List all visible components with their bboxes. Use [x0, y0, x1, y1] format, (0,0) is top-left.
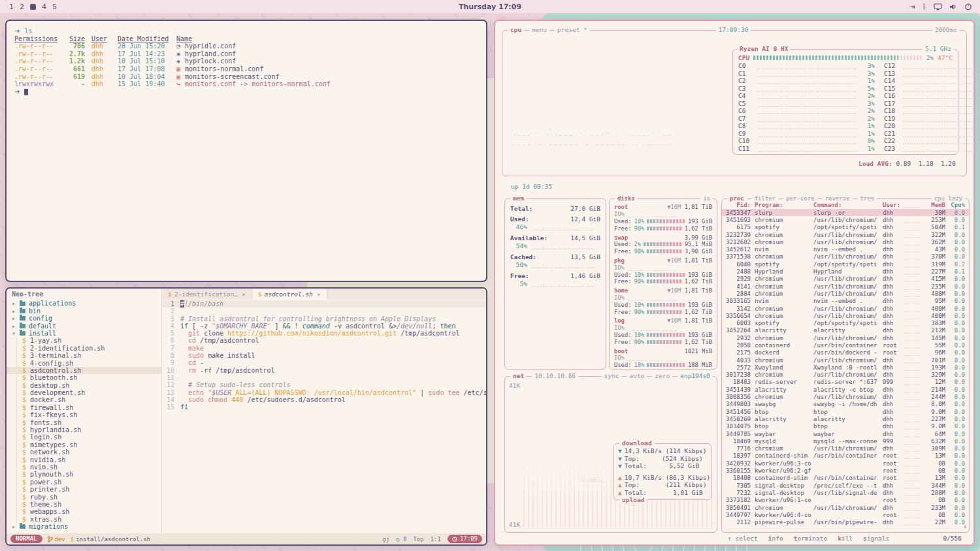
tree-file-hyprlandia.sh[interactable]: $hyprlandia.sh: [7, 426, 161, 433]
proc-column-header[interactable]: Program:: [755, 202, 813, 208]
editor-window[interactable]: Neo-tree ▸applications▸bin▸config▸defaul…: [5, 287, 487, 546]
workspace-4[interactable]: 4: [42, 3, 46, 11]
tree-file-webapps.sh[interactable]: $webapps.sh: [7, 508, 161, 515]
tree-file-asdcontrol.sh[interactable]: $asdcontrol.sh: [7, 367, 161, 374]
system-monitor-window[interactable]: cpu menu preset * 17:09:30 2000ms ⢀⣀⣀⡠⠤⠄…: [494, 20, 975, 546]
tree-file-desktop.sh[interactable]: $desktop.sh: [7, 382, 161, 389]
process-row[interactable]: 3451456btopbtopdhh9.0M0.0: [722, 408, 969, 415]
net-sync-button[interactable]: sync: [602, 372, 622, 380]
tree-file-printer.sh[interactable]: $printer.sh: [7, 486, 161, 493]
proc-column-header[interactable]: MemB: [922, 202, 945, 208]
tree-file-login.sh[interactable]: $login.sh: [7, 433, 161, 441]
close-icon[interactable]: ×: [242, 291, 246, 298]
tree-file-4-config.sh[interactable]: $4-config.sh: [7, 360, 161, 367]
proc-column-header[interactable]: User:: [883, 202, 904, 208]
process-row[interactable]: 4033chromium/usr/lib/chromium/dhh701M0.0: [722, 356, 969, 364]
volume-icon[interactable]: [949, 3, 957, 10]
proc-column-header[interactable]: Command:: [813, 202, 883, 208]
workspace-5[interactable]: 5: [52, 3, 57, 11]
process-row[interactable]: 3232739chromium/usr/lib/chromium/dhh322M…: [722, 231, 969, 238]
process-row[interactable]: 2112pipewire-pulse/usr/bin/pipewire-dhh2…: [722, 518, 969, 526]
update-interval[interactable]: 2000ms: [932, 26, 960, 34]
process-row[interactable]: 2175dockerd/usr/bin/dockerd -root96M0.0: [722, 349, 969, 356]
tree-file-fonts.sh[interactable]: $fonts.sh: [7, 419, 161, 426]
tree-file-docker.sh[interactable]: $docker.sh: [7, 396, 161, 403]
process-row[interactable]: 4141chromium/usr/lib/chromium/dhh235M0.0: [722, 283, 969, 290]
proc-column-header[interactable]: Pid:: [726, 202, 755, 208]
proc-tab-reverse[interactable]: reverse: [823, 195, 853, 202]
tree-file-theme.sh[interactable]: $theme.sh: [7, 501, 161, 508]
tree-file-1-yay.sh[interactable]: $1-yay.sh: [7, 337, 161, 344]
process-row[interactable]: 3452612nvimnvim --embed .dhh43M0.0: [722, 245, 969, 253]
process-row[interactable]: 3033165nvimnvim --embed .dhh95M0.0: [722, 298, 969, 305]
process-row[interactable]: 3450269alacrittyalacrittydhh227M0.0: [722, 415, 969, 422]
tree-file-power.sh[interactable]: $power.sh: [7, 479, 161, 486]
proc-tab-tree[interactable]: tree: [858, 195, 877, 202]
process-row[interactable]: 3449797kworker/u96:4-coroot0B0.0: [722, 511, 969, 518]
bluetooth-icon[interactable]: ᛒ: [922, 3, 926, 11]
scroll-down-icon[interactable]: ↓: [964, 523, 967, 529]
tree-file-network.sh[interactable]: $network.sh: [7, 449, 161, 456]
process-row[interactable]: 3356654chromium/usr/lib/chromium/dhh400M…: [722, 312, 969, 319]
tree-file-3-terminal.sh[interactable]: $3-terminal.sh: [7, 352, 161, 359]
process-row[interactable]: 2929chromium/usr/lib/chromium/dhh415M0.0: [722, 276, 969, 283]
proc-action-kill[interactable]: kill: [835, 535, 855, 542]
proc-action-terminate[interactable]: terminate: [791, 535, 830, 542]
proc-action-signals[interactable]: signals: [860, 535, 892, 542]
process-row[interactable]: 3451439alacrittyalacritty -e btopdhh214M…: [722, 386, 969, 393]
process-row[interactable]: 2572XwaylandXwayland :0 -rootldhh193M0.0: [722, 364, 969, 371]
process-row[interactable]: 3034075btopbtopdhh9.0M0.0: [722, 423, 969, 430]
process-row[interactable]: 3360155kworker/u96:2-gfroot0B0.0: [722, 467, 969, 474]
process-row[interactable]: 6003spotify/opt/spotify/spotidhh383M0.0: [722, 319, 969, 326]
process-row[interactable]: 7716chromium/usr/lib/chromium/dhh309M0.0: [722, 445, 969, 452]
tree-file-firewall.sh[interactable]: $firewall.sh: [7, 404, 161, 411]
process-row[interactable]: 3449803swaybgswaybg -i /home/dhdhh8.0M0.…: [722, 401, 969, 408]
process-row[interactable]: 3420932kworker/u96:3-coroot0B0.0: [722, 460, 969, 467]
net-auto-button[interactable]: auto: [627, 372, 647, 380]
process-row[interactable]: 3451693chromium/usr/lib/chromium/dhh253M…: [722, 216, 969, 223]
proc-action-info[interactable]: info: [766, 535, 786, 542]
tree-folder-migrations[interactable]: ▸migrations: [7, 523, 161, 530]
process-row[interactable]: 2488HyprlandHyprlanddhh227M0.1: [722, 268, 969, 275]
tree-file-development.sh[interactable]: $development.sh: [7, 389, 161, 396]
proc-tab-filter[interactable]: filter: [752, 195, 779, 202]
proc-tab-proc[interactable]: proc: [727, 195, 747, 202]
tree-folder-bin[interactable]: ▸bin: [7, 307, 161, 315]
process-row[interactable]: 3212682chromium/usr/lib/chromium/dhh362M…: [722, 238, 969, 245]
process-row[interactable]: 18397containerd-shim/usr/bin/containerro…: [722, 452, 969, 460]
process-row[interactable]: 3453347slurpslurp -ordhh38M0.0: [722, 209, 969, 216]
process-row[interactable]: 3017238chromium/usr/lib/chromium/dhh329M…: [722, 371, 969, 379]
process-row[interactable]: 6040spotify/opt/spotify/spotidhh319M0.2: [722, 260, 969, 268]
io-toggle[interactable]: io: [700, 195, 713, 202]
code-editor[interactable]: 1#!/bin/bash23# Install asdcontrol for c…: [162, 300, 486, 533]
preset-button[interactable]: preset *: [555, 26, 590, 34]
close-icon[interactable]: ×: [317, 291, 321, 298]
process-row[interactable]: 7232signal-desktop/usr/lib/signal-dedhh2…: [722, 489, 969, 496]
tree-file-2-identification.sh[interactable]: $2-identification.sh: [7, 345, 161, 352]
network-icon[interactable]: [934, 3, 942, 10]
tree-file-xtras.sh[interactable]: $xtras.sh: [7, 516, 161, 523]
process-row[interactable]: 3373182kworker/u96:1-coroot0B0.0: [722, 497, 969, 504]
process-row[interactable]: 2058containerd/usr/bin/containerroot55M0…: [722, 341, 969, 349]
tab-asdcontrolsh[interactable]: $asdcontrol.sh×: [252, 289, 327, 300]
tree-folder-config[interactable]: ▸config: [7, 315, 161, 322]
tree-file-fix-fkeys.sh[interactable]: $fix-fkeys.sh: [7, 411, 161, 418]
tree-folder-applications[interactable]: ▸applications: [7, 300, 161, 307]
power-icon[interactable]: [964, 3, 972, 10]
process-row[interactable]: 3449785waybarwaybardhh64M0.0: [722, 430, 969, 437]
workspace-1[interactable]: 1: [9, 3, 14, 11]
workspace-3[interactable]: [30, 4, 36, 10]
workspace-2[interactable]: 2: [20, 3, 24, 11]
process-row[interactable]: 6175spotify/opt/spotify/spotidhh504M0.1: [722, 224, 969, 231]
tree-folder-default[interactable]: ▸default: [7, 323, 161, 330]
process-row[interactable]: 18469mysqldmysqld --max-conne999632M0.0: [722, 437, 969, 445]
process-row[interactable]: 3452264alacrittyalacrittydhh212M0.0: [722, 327, 969, 334]
process-row[interactable]: 2932chromium/usr/lib/chromium/dhh145M0.0: [722, 334, 969, 341]
proc-column-header[interactable]: Cpu%: [945, 202, 965, 208]
process-row[interactable]: 7305signal-desktop/proc/self/exe --tdhh3…: [722, 482, 969, 489]
tab-2-identification[interactable]: $2-identification…×: [162, 289, 252, 300]
terminal-input-line[interactable]: ➜: [14, 88, 478, 96]
process-row[interactable]: 2884chromium/usr/lib/chromium/dhh488M0.0: [722, 290, 969, 297]
net-zero-button[interactable]: zero: [652, 372, 672, 380]
sort-selector[interactable]: cpu lazy: [932, 195, 965, 202]
